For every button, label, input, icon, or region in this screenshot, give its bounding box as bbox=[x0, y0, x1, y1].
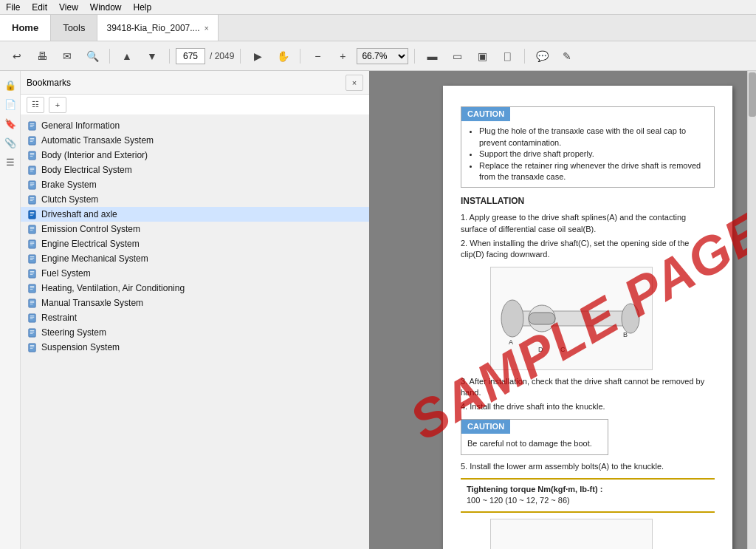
search-button[interactable]: 🔍 bbox=[81, 46, 103, 67]
typewriter-button[interactable]: ⎕ bbox=[496, 46, 518, 67]
caution-line-3: Replace the retainer ring whenever the d… bbox=[479, 160, 708, 183]
bookmark-item-label: Restraint bbox=[41, 313, 77, 323]
svg-rect-0 bbox=[28, 121, 35, 129]
svg-text:A: A bbox=[509, 338, 513, 346]
bookmark-item[interactable]: Emission Control System bbox=[21, 222, 369, 236]
bookmark-item-label: Body Electrical System bbox=[41, 165, 132, 175]
icon-sidebar: 🔒 📄 🔖 📎 ☰ bbox=[0, 71, 21, 549]
zoom-select[interactable]: 66.7% 50% 75% 100% 125% 150% 200% bbox=[357, 48, 408, 64]
menu-window[interactable]: Window bbox=[87, 2, 125, 13]
bookmark-item[interactable]: Restraint bbox=[21, 310, 369, 325]
bookmark-item[interactable]: Engine Electrical System bbox=[21, 236, 369, 251]
toolbar-separator-5 bbox=[414, 49, 415, 64]
svg-rect-56 bbox=[28, 328, 35, 336]
tab-document[interactable]: 39418-Kia_Rio_2007.... × bbox=[97, 15, 219, 41]
menu-file[interactable]: File bbox=[3, 2, 23, 13]
bookmark-item-label: General Information bbox=[41, 120, 120, 131]
svg-text:B: B bbox=[623, 331, 628, 338]
tab-document-label: 39418-Kia_Rio_2007.... bbox=[106, 23, 199, 33]
bookmark-item[interactable]: Body (Interior and Exterior) bbox=[21, 148, 369, 163]
svg-rect-48 bbox=[28, 299, 35, 307]
caution-header-2: CAUTION bbox=[461, 420, 510, 434]
bookmark-item[interactable]: Engine Mechanical System bbox=[21, 251, 369, 266]
add-bookmark-button[interactable]: + bbox=[49, 97, 66, 113]
zoom-in-button[interactable]: + bbox=[331, 46, 354, 67]
lock-icon[interactable]: 🔒 bbox=[2, 77, 18, 93]
bookmark-item[interactable]: Heating, Ventilation, Air Conditioning bbox=[21, 281, 369, 296]
right-scrollbar[interactable] bbox=[747, 71, 756, 549]
torque-box: Tightening torque Nm(kgf·m, lb-ft) : 100… bbox=[461, 478, 715, 513]
email-button[interactable]: ✉ bbox=[56, 46, 78, 67]
torque-value: 100 ~ 120 (10 ~ 12, 72 ~ 86) bbox=[467, 495, 709, 506]
menu-edit[interactable]: Edit bbox=[29, 2, 50, 13]
svg-rect-60 bbox=[28, 343, 35, 351]
bookmark-item-label: Steering System bbox=[41, 327, 106, 338]
bookmark-item[interactable]: Automatic Transaxle System bbox=[21, 133, 369, 148]
svg-rect-8 bbox=[28, 151, 35, 159]
comment-button[interactable]: 💬 bbox=[531, 46, 553, 67]
svg-rect-36 bbox=[28, 254, 35, 262]
svg-rect-16 bbox=[28, 180, 35, 188]
menu-help[interactable]: Help bbox=[131, 2, 155, 13]
bookmark-item-icon bbox=[27, 298, 37, 308]
bookmark-item[interactable]: Brake System bbox=[21, 177, 369, 192]
svg-rect-40 bbox=[28, 269, 35, 277]
diagram-2: A bbox=[490, 519, 653, 549]
step-1: 1. Apply grease to the drive shaft splin… bbox=[461, 212, 715, 235]
prev-page-button[interactable]: ▲ bbox=[116, 46, 138, 67]
bookmark-item[interactable]: Fuel System bbox=[21, 266, 369, 281]
step-4: 4. Install the drive shaft into the knuc… bbox=[461, 401, 715, 412]
bookmark-item[interactable]: Clutch System bbox=[21, 192, 369, 207]
layers-icon[interactable]: ☰ bbox=[2, 154, 18, 170]
markup-button[interactable]: ✎ bbox=[556, 46, 578, 67]
bookmark-item-icon bbox=[27, 150, 37, 160]
toolbar-separator-6 bbox=[524, 49, 525, 64]
svg-rect-68 bbox=[529, 313, 555, 324]
select-tool-button[interactable]: ▶ bbox=[247, 46, 269, 67]
bookmark-item[interactable]: Body Electrical System bbox=[21, 163, 369, 177]
bookmark-item-icon bbox=[27, 283, 37, 293]
bookmark-list: General Information Automatic Transaxle … bbox=[21, 115, 369, 549]
tab-tools[interactable]: Tools bbox=[51, 15, 97, 41]
svg-text:C: C bbox=[560, 346, 566, 353]
toolbar-separator-1 bbox=[109, 49, 110, 64]
page-number-input[interactable] bbox=[176, 48, 205, 64]
fit-page-button[interactable]: ▬ bbox=[421, 46, 443, 67]
bookmark-item-label: Suspension System bbox=[41, 342, 120, 352]
bookmarks-header: Bookmarks × bbox=[21, 71, 369, 95]
bookmark-item[interactable]: Suspension System bbox=[21, 340, 369, 355]
next-page-button[interactable]: ▼ bbox=[141, 46, 163, 67]
bookmark-item-icon bbox=[27, 342, 37, 352]
print-button[interactable]: 🖶 bbox=[31, 46, 53, 67]
content-area[interactable]: SAMPLE PAGE CAUTION Plug the hole of the… bbox=[369, 71, 747, 549]
caution-box-1: CAUTION Plug the hole of the transaxle c… bbox=[461, 106, 715, 188]
menu-bar: File Edit View Window Help bbox=[0, 0, 756, 15]
tab-bar: Home Tools 39418-Kia_Rio_2007.... × bbox=[0, 15, 756, 41]
bookmark-item[interactable]: General Information bbox=[21, 118, 369, 133]
menu-view[interactable]: View bbox=[56, 2, 81, 13]
caution-content-2: Be careful not to damage the boot. bbox=[461, 434, 608, 454]
fit-width-button[interactable]: ▭ bbox=[446, 46, 468, 67]
bookmark-item-icon bbox=[27, 313, 37, 323]
tab-home[interactable]: Home bbox=[0, 15, 51, 41]
scrollbar-thumb[interactable] bbox=[749, 72, 756, 117]
expand-all-button[interactable]: ☷ bbox=[27, 97, 44, 113]
bookmark-item[interactable]: Driveshaft and axle bbox=[21, 207, 369, 222]
back-button[interactable]: ↩ bbox=[6, 46, 28, 67]
svg-rect-52 bbox=[28, 313, 35, 321]
full-screen-button[interactable]: ▣ bbox=[471, 46, 493, 67]
bookmark-item-icon bbox=[27, 268, 37, 279]
bookmark-item[interactable]: Steering System bbox=[21, 325, 369, 340]
bookmark-item[interactable]: Manual Transaxle System bbox=[21, 296, 369, 310]
bookmarks-close-button[interactable]: × bbox=[346, 75, 363, 91]
pages-icon[interactable]: 📄 bbox=[2, 96, 18, 112]
tab-close-button[interactable]: × bbox=[205, 24, 209, 33]
svg-rect-44 bbox=[28, 284, 35, 292]
bookmark-icon[interactable]: 🔖 bbox=[2, 115, 18, 132]
zoom-out-button[interactable]: − bbox=[306, 46, 329, 67]
hand-tool-button[interactable]: ✋ bbox=[272, 46, 294, 67]
bookmark-item-label: Fuel System bbox=[41, 268, 91, 279]
attachment-icon[interactable]: 📎 bbox=[2, 134, 18, 151]
bookmark-item-label: Driveshaft and axle bbox=[41, 209, 117, 219]
pdf-page: SAMPLE PAGE CAUTION Plug the hole of the… bbox=[443, 86, 732, 549]
